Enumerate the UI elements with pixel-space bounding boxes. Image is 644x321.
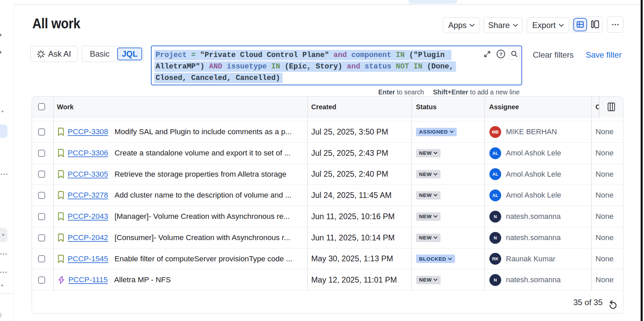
svg-text:?: ? (499, 51, 502, 57)
